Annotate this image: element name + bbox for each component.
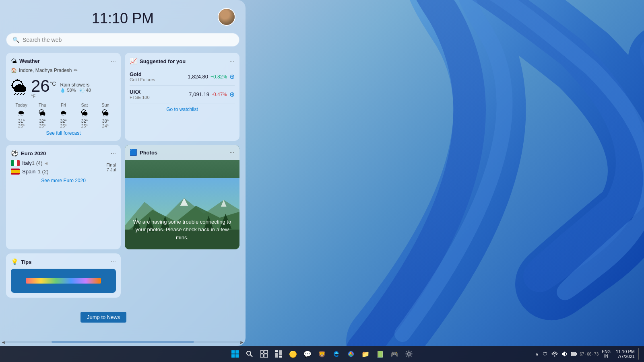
photos-header: 🟦 Photos ··· (125, 145, 239, 160)
gold-add-button[interactable]: ⊕ (229, 73, 235, 80)
euro-icon: ⚽ (11, 150, 19, 157)
language-indicator[interactable]: ENGIN (602, 350, 611, 358)
temperature-display: 26°C (31, 76, 56, 95)
euro-menu-button[interactable]: ··· (111, 150, 116, 156)
battery-icon[interactable] (570, 350, 578, 358)
windows-start-button[interactable] (229, 348, 242, 360)
volume-icon[interactable] (560, 350, 568, 358)
edit-location-icon[interactable]: ✏ (74, 68, 78, 73)
match-info: Italy 1 (4) ◄ Spain 1 (2) Final 7 Jul (11, 160, 116, 175)
see-full-forecast-link[interactable]: See full forecast (11, 130, 116, 136)
team2-name: Spain (22, 169, 35, 175)
notification-arrow[interactable]: ∧ (535, 352, 539, 357)
jump-to-news-button[interactable]: Jump to News (80, 312, 126, 323)
svg-rect-11 (231, 350, 235, 354)
time-display: 11:10 PM (92, 10, 154, 27)
taskbar: 🟡 💬 🦁 📁 📗 🎮 (0, 346, 644, 362)
svg-point-28 (554, 356, 555, 357)
svg-point-15 (247, 351, 251, 355)
finance-row-ukx: UKX FTSE 100 7,091.19 -0.47% ⊕ (130, 86, 235, 103)
finance-menu-button[interactable]: ··· (229, 58, 235, 64)
search-input[interactable] (23, 37, 233, 43)
photos-title: Photos (140, 150, 157, 156)
gold-name: Gold (130, 71, 155, 77)
team1-name: Italy (22, 160, 32, 166)
location-row: 🏠 Indore, Madhya Pradesh ✏ (11, 68, 116, 73)
tips-menu-button[interactable]: ··· (111, 259, 116, 265)
weather-widget: 🌤 Weather ··· 🏠 Indore, Madhya Pradesh ✏… (6, 53, 121, 141)
tips-preview (11, 269, 116, 293)
tips-widget: 💡 Tips ··· (6, 253, 121, 298)
weather-condition-icon: 🌦 (11, 78, 27, 97)
system-time[interactable]: 11:10 PM 7/7/2021 (616, 349, 635, 359)
ukx-name: UKX (130, 89, 150, 95)
phone-link-icon[interactable]: 📗 (374, 348, 386, 360)
search-bar[interactable]: 🔍 (6, 33, 239, 47)
search-taskbar-button[interactable] (243, 348, 256, 360)
gold-change: +0.82% (211, 74, 227, 80)
see-more-euro-link[interactable]: See more Euro 2020 (11, 178, 116, 183)
avatar[interactable] (218, 8, 235, 26)
color-bar (26, 278, 101, 284)
temp-value: 26 (31, 76, 50, 95)
svg-rect-17 (260, 350, 263, 353)
gold-sub: Gold Futures (130, 77, 155, 82)
gaming-icon[interactable]: 🎮 (388, 348, 401, 360)
edge-icon[interactable] (330, 348, 343, 360)
forecast-sun: Sun 🌦 30° 24° (95, 103, 116, 128)
weather-title: Weather (19, 58, 40, 64)
finance-title: Suggested for you (140, 58, 186, 64)
location-text: Indore, Madhya Pradesh (19, 68, 72, 73)
temps-display: 67 · 66 · 73 (580, 352, 599, 356)
svg-rect-13 (231, 354, 235, 358)
forecast-fri: Fri 🌧 32° 25° (53, 103, 74, 128)
score2: 1 (2) (38, 169, 49, 175)
wind: 💨 48 (79, 88, 91, 93)
photos-menu-button[interactable]: ··· (229, 149, 235, 156)
system-time-text: 11:10 PM (616, 349, 635, 354)
weather-menu-button[interactable]: ··· (111, 58, 116, 64)
svg-rect-19 (260, 354, 263, 358)
weather-icon: 🌤 (11, 58, 17, 64)
panel-header: 11:10 PM (6, 6, 239, 33)
tips-title: Tips (21, 259, 32, 265)
svg-rect-23 (279, 350, 282, 355)
photos-widget: 🟦 Photos ··· (125, 145, 239, 249)
forecast-sat: Sat 🌦 32° 25° (74, 103, 95, 128)
scrollbar-thumb (52, 341, 194, 343)
panel-scrollbar[interactable] (4, 341, 242, 343)
finance-row-gold: Gold Gold Futures 1,824.80 +0.82% ⊕ (130, 68, 235, 86)
svg-point-27 (408, 353, 410, 355)
chrome-icon[interactable] (345, 348, 357, 360)
widget-panel: 11:10 PM 🔍 🌤 Weather ··· 🏠 Indore, Madhy… (0, 0, 246, 346)
photos-icon: 🟦 (130, 149, 137, 156)
taskview-button[interactable] (258, 348, 270, 360)
tips-header: 💡 Tips ··· (11, 258, 116, 265)
forecast-row: Today 🌧 31° 25° Thu 🌦 32° 25° Fri 🌧 32° … (11, 103, 116, 128)
telegram-icon[interactable]: 💬 (301, 348, 314, 360)
settings-icon[interactable] (402, 348, 415, 360)
temp1: 67 (580, 352, 584, 356)
network-icon[interactable] (551, 350, 559, 358)
brave-icon[interactable]: 🦁 (316, 348, 328, 360)
shield-tray-icon[interactable]: 🛡 (541, 350, 549, 358)
forecast-thu: Thu 🌦 32° 25° (32, 103, 53, 128)
photo-error-message: We are having some trouble connecting to… (125, 218, 239, 242)
ukx-add-button[interactable]: ⊕ (229, 90, 235, 98)
svg-rect-21 (275, 350, 278, 352)
klokki-icon[interactable]: 🟡 (287, 348, 299, 360)
gold-price: 1,824.80 (188, 74, 208, 80)
svg-rect-20 (264, 354, 268, 358)
search-icon: 🔍 (12, 37, 19, 43)
svg-rect-14 (235, 354, 239, 358)
finance-header: 📈 Suggested for you ··· (130, 58, 235, 65)
widgets-button[interactable] (272, 348, 285, 360)
weather-condition-text: Rain showers (60, 82, 91, 88)
explorer-icon[interactable]: 📁 (359, 348, 372, 360)
match-row: Italy 1 (4) ◄ Spain 1 (2) Final 7 Jul (11, 160, 116, 175)
weather-details: 💧 58% 💨 48 (60, 88, 91, 93)
svg-rect-12 (235, 350, 239, 354)
show-desktop-button[interactable] (638, 348, 640, 360)
go-watchlist-link[interactable]: Go to watchlist (130, 107, 235, 112)
temp2: 66 (587, 352, 591, 356)
